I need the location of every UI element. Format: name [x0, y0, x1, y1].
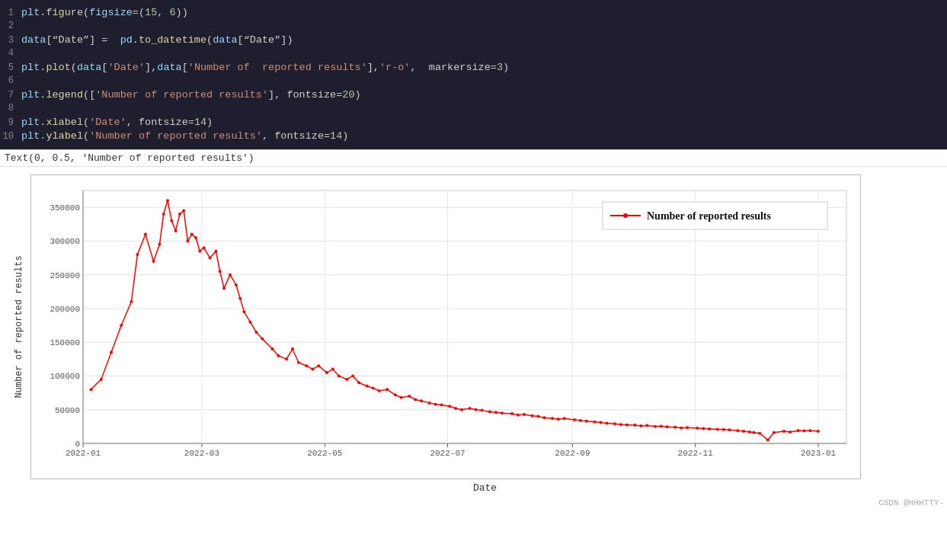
svg-point-41 — [100, 378, 103, 381]
svg-point-111 — [542, 416, 545, 419]
svg-point-88 — [386, 388, 389, 391]
svg-point-79 — [325, 371, 328, 374]
svg-point-95 — [434, 403, 437, 406]
code-line-10: 10plt.ylabel('Number of reported results… — [0, 130, 947, 143]
svg-text:2022-05: 2022-05 — [307, 449, 342, 458]
svg-point-131 — [680, 427, 683, 430]
svg-point-115 — [573, 418, 576, 421]
svg-point-102 — [480, 409, 483, 412]
svg-point-52 — [174, 229, 178, 232]
svg-point-121 — [613, 422, 616, 425]
svg-text:350000: 350000 — [50, 203, 80, 213]
svg-point-61 — [214, 250, 217, 253]
code-line-7: 7plt.legend(['Number of reported results… — [0, 88, 947, 102]
svg-point-151 — [817, 430, 820, 433]
svg-point-65 — [235, 283, 238, 286]
code-line-9: 9plt.xlabel('Date', fontsize=14) — [0, 116, 947, 130]
svg-point-124 — [633, 424, 636, 427]
svg-point-53 — [178, 213, 181, 216]
svg-point-120 — [605, 421, 608, 424]
code-line-3: 3data[“Date”] = pd.to_datetime(data[“Dat… — [0, 34, 947, 47]
svg-point-75 — [297, 361, 300, 364]
code-line-5: 5plt.plot(data['Date'],data['Number of r… — [0, 61, 947, 75]
svg-point-50 — [166, 199, 169, 202]
svg-point-114 — [563, 417, 566, 420]
svg-point-154 — [623, 213, 628, 218]
svg-point-71 — [271, 347, 274, 350]
svg-point-127 — [654, 425, 657, 428]
svg-point-139 — [736, 429, 739, 432]
svg-point-112 — [551, 417, 554, 420]
svg-point-125 — [639, 424, 642, 427]
svg-point-46 — [144, 233, 147, 236]
svg-point-100 — [469, 407, 472, 410]
svg-text:300000: 300000 — [50, 237, 80, 246]
svg-text:100000: 100000 — [50, 372, 80, 381]
svg-point-70 — [261, 338, 264, 341]
svg-point-56 — [190, 233, 194, 236]
svg-point-57 — [194, 236, 197, 239]
svg-point-80 — [331, 368, 334, 371]
svg-point-77 — [311, 368, 314, 371]
svg-point-134 — [702, 427, 705, 430]
svg-point-89 — [394, 393, 397, 396]
y-axis-label: Number of reported results — [14, 255, 24, 398]
svg-text:2022-03: 2022-03 — [184, 449, 219, 458]
svg-point-59 — [203, 246, 206, 249]
code-line-4: 4 — [0, 47, 947, 61]
svg-point-116 — [579, 419, 582, 422]
svg-point-44 — [130, 300, 133, 303]
svg-point-143 — [758, 432, 761, 435]
svg-text:2022-01: 2022-01 — [66, 449, 101, 458]
svg-point-138 — [728, 428, 731, 431]
svg-point-76 — [305, 364, 308, 367]
svg-point-133 — [696, 427, 699, 430]
svg-point-145 — [773, 431, 776, 434]
svg-point-43 — [120, 324, 123, 327]
svg-point-126 — [645, 424, 648, 427]
svg-point-83 — [351, 374, 354, 377]
svg-point-63 — [222, 286, 226, 290]
svg-point-149 — [802, 430, 805, 433]
svg-point-108 — [523, 413, 526, 416]
svg-point-105 — [501, 411, 504, 414]
svg-point-69 — [254, 331, 258, 334]
svg-text:200000: 200000 — [50, 305, 80, 314]
svg-point-91 — [408, 395, 411, 398]
svg-point-148 — [797, 429, 800, 432]
code-line-8: 8 — [0, 102, 947, 116]
svg-point-45 — [136, 253, 139, 256]
watermark: CSDN @HHHTTY- — [878, 498, 944, 507]
code-line-6: 6 — [0, 75, 947, 88]
svg-point-84 — [357, 381, 360, 384]
chart-section: Number of reported results 0500001000001… — [0, 167, 947, 509]
svg-point-118 — [593, 421, 597, 424]
svg-point-130 — [673, 426, 677, 429]
svg-point-55 — [186, 239, 189, 242]
svg-point-141 — [748, 430, 751, 434]
svg-text:2022-09: 2022-09 — [555, 449, 590, 458]
svg-point-51 — [170, 219, 173, 222]
svg-text:150000: 150000 — [50, 338, 80, 347]
svg-point-40 — [90, 388, 93, 391]
svg-text:50000: 50000 — [55, 406, 80, 415]
svg-point-144 — [766, 439, 769, 442]
svg-text:2022-07: 2022-07 — [430, 449, 465, 458]
svg-point-60 — [209, 257, 212, 260]
svg-point-109 — [531, 414, 534, 418]
svg-point-106 — [510, 412, 513, 415]
svg-point-132 — [686, 426, 689, 429]
svg-text:250000: 250000 — [50, 271, 80, 280]
svg-point-129 — [666, 425, 669, 428]
svg-text:2023-01: 2023-01 — [801, 449, 837, 458]
svg-point-140 — [742, 430, 745, 433]
svg-point-81 — [338, 374, 341, 377]
svg-point-107 — [517, 414, 520, 417]
svg-point-73 — [285, 357, 288, 360]
svg-point-98 — [454, 407, 457, 410]
svg-point-101 — [475, 408, 478, 411]
code-line-2: 2 — [0, 20, 947, 34]
svg-point-119 — [599, 421, 602, 424]
svg-point-82 — [345, 378, 348, 381]
svg-point-99 — [460, 408, 463, 411]
